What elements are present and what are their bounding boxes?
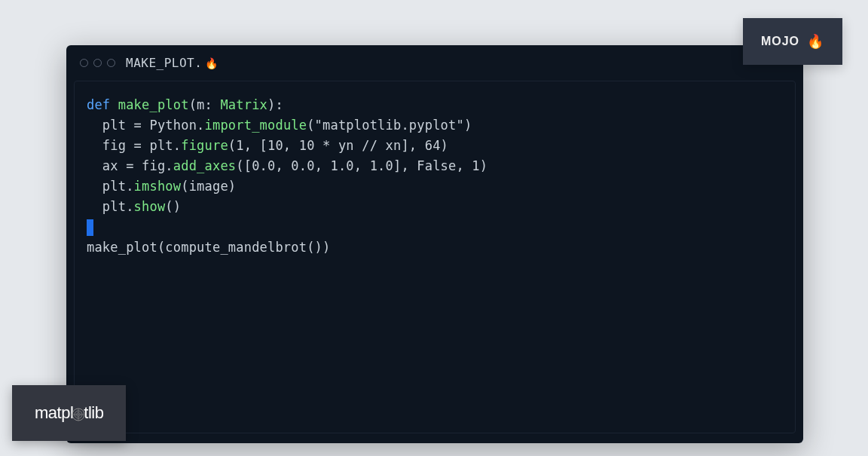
- code-line-1: def make_plot(m: Matrix):: [87, 95, 783, 115]
- fire-icon: 🔥: [807, 33, 824, 50]
- filename-label: MAKE_PLOT.🔥: [126, 56, 219, 70]
- line3-args: (1, [10, 10 * yn // xn], 64): [228, 138, 448, 153]
- params-close: ):: [267, 97, 283, 112]
- line4-indent: ax = fig.: [87, 158, 173, 173]
- code-line-6: plt.show(): [87, 197, 783, 217]
- title-bar: MAKE_PLOT.🔥: [66, 45, 803, 81]
- matplotlib-icon: [72, 406, 85, 420]
- keyword-def: def: [87, 97, 110, 112]
- code-area[interactable]: def make_plot(m: Matrix): plt = Python.i…: [74, 81, 796, 433]
- code-line-4: ax = fig.add_axes([0.0, 0.0, 1.0, 1.0], …: [87, 156, 783, 176]
- code-line-5: plt.imshow(image): [87, 176, 783, 197]
- fire-icon: 🔥: [205, 57, 219, 69]
- code-line-2: plt = Python.import_module("matplotlib.p…: [87, 115, 783, 136]
- mojo-label: MOJO: [761, 35, 799, 48]
- params-open: (m:: [189, 97, 221, 112]
- line2-indent: plt = Python.: [87, 118, 205, 133]
- code-editor-window: MAKE_PLOT.🔥 def make_plot(m: Matrix): pl…: [66, 45, 803, 443]
- mojo-badge: MOJO 🔥: [743, 18, 842, 65]
- line5-indent: plt.: [87, 179, 134, 194]
- type-matrix: Matrix: [220, 97, 267, 112]
- line2-args: ("matplotlib.pyplot"): [307, 118, 472, 133]
- code-line-3: fig = plt.figure(1, [10, 10 * yn // xn],…: [87, 136, 783, 156]
- code-line-8: make_plot(compute_mandelbrot()): [87, 237, 783, 258]
- method-figure: figure: [181, 138, 228, 153]
- window-controls: [80, 59, 115, 67]
- maximize-button[interactable]: [107, 59, 115, 67]
- line5-args: (image): [181, 179, 236, 194]
- line3-indent: fig = plt.: [87, 138, 181, 153]
- line6-indent: plt.: [87, 199, 134, 214]
- matplotlib-logo: matpltlib: [35, 403, 103, 423]
- text-cursor: [87, 219, 93, 236]
- line6-args: (): [165, 199, 181, 214]
- matplotlib-text-pre: matpl: [35, 403, 73, 423]
- method-import-module: import_module: [205, 118, 307, 133]
- matplotlib-text-post: tlib: [84, 403, 103, 423]
- filename-text: MAKE_PLOT.: [126, 56, 202, 70]
- minimize-button[interactable]: [93, 59, 102, 67]
- code-line-7-cursor: [87, 217, 783, 237]
- method-imshow: imshow: [134, 179, 182, 194]
- function-name: make_plot: [110, 97, 188, 112]
- method-add-axes: add_axes: [173, 158, 236, 173]
- matplotlib-badge: matpltlib: [12, 385, 126, 441]
- close-button[interactable]: [80, 59, 88, 67]
- line4-args: ([0.0, 0.0, 1.0, 1.0], False, 1): [236, 158, 487, 173]
- method-show: show: [134, 199, 166, 214]
